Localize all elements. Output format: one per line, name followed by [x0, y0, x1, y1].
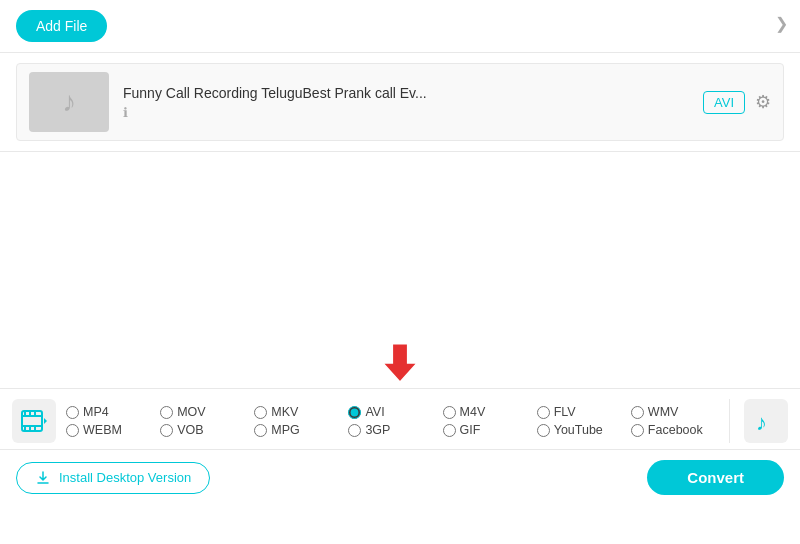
svg-rect-9 [34, 427, 36, 431]
empty-area [0, 152, 800, 332]
format-row: MP4 MOV MKV AVI M4V FLV WMV WEBM [0, 389, 800, 449]
settings-icon[interactable]: ⚙ [755, 91, 771, 113]
format-option-avi[interactable]: AVI [348, 405, 442, 419]
format-option-facebook[interactable]: Facebook [631, 423, 725, 437]
format-badge[interactable]: AVI [703, 91, 745, 114]
top-bar: Add File [0, 0, 800, 53]
format-option-gif[interactable]: GIF [443, 423, 537, 437]
arrow-container [0, 332, 800, 388]
audio-format-icon[interactable]: ♪ [744, 399, 788, 443]
format-option-mkv[interactable]: MKV [254, 405, 348, 419]
svg-rect-7 [24, 427, 26, 431]
music-note-icon: ♪ [753, 408, 779, 434]
svg-rect-4 [24, 411, 26, 415]
format-options-grid: MP4 MOV MKV AVI M4V FLV WMV WEBM [66, 405, 725, 437]
format-option-mov[interactable]: MOV [160, 405, 254, 419]
install-desktop-button[interactable]: Install Desktop Version [16, 462, 210, 494]
svg-text:♪: ♪ [756, 410, 767, 434]
format-option-wmv[interactable]: WMV [631, 405, 725, 419]
add-file-button[interactable]: Add File [16, 10, 107, 42]
video-format-icon[interactable] [12, 399, 56, 443]
file-name: Funny Call Recording TeluguBest Prank ca… [123, 85, 703, 101]
svg-rect-5 [29, 411, 31, 415]
music-icon: ♪ [62, 86, 76, 118]
file-item: ♪ Funny Call Recording TeluguBest Prank … [16, 63, 784, 141]
file-list: ♪ Funny Call Recording TeluguBest Prank … [0, 53, 800, 152]
svg-rect-8 [29, 427, 31, 431]
format-option-mp4[interactable]: MP4 [66, 405, 160, 419]
format-option-youtube[interactable]: YouTube [537, 423, 631, 437]
footer-bar: Install Desktop Version Convert [0, 449, 800, 505]
format-option-3gp[interactable]: 3GP [348, 423, 442, 437]
film-icon [21, 408, 47, 434]
format-option-m4v[interactable]: M4V [443, 405, 537, 419]
svg-rect-3 [22, 425, 42, 427]
svg-marker-0 [383, 344, 417, 382]
file-info: Funny Call Recording TeluguBest Prank ca… [123, 85, 703, 120]
download-icon [35, 470, 51, 486]
collapse-arrow[interactable]: ❯ [775, 14, 788, 33]
install-label: Install Desktop Version [59, 470, 191, 485]
bottom-panel: MP4 MOV MKV AVI M4V FLV WMV WEBM [0, 388, 800, 449]
format-option-flv[interactable]: FLV [537, 405, 631, 419]
svg-marker-10 [44, 418, 47, 424]
file-thumbnail: ♪ [29, 72, 109, 132]
format-option-vob[interactable]: VOB [160, 423, 254, 437]
svg-rect-6 [34, 411, 36, 415]
info-icon[interactable]: ℹ [123, 105, 703, 120]
format-option-webm[interactable]: WEBM [66, 423, 160, 437]
vertical-divider [729, 399, 730, 443]
down-arrow-icon [382, 342, 418, 382]
convert-button[interactable]: Convert [647, 460, 784, 495]
svg-rect-2 [22, 415, 42, 417]
format-option-mpg[interactable]: MPG [254, 423, 348, 437]
